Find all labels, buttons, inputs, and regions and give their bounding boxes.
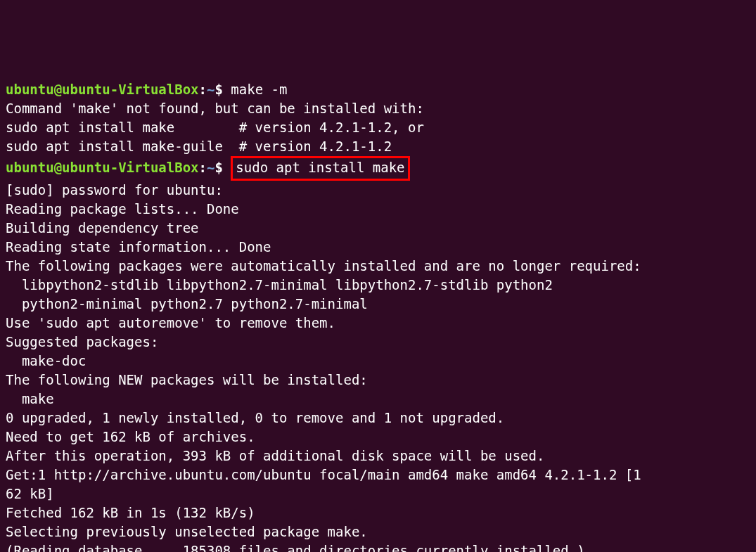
prompt-path: ~	[207, 82, 214, 97]
output-line: Need to get 162 kB of archives.	[6, 428, 750, 447]
prompt-line-2: ubuntu@ubuntu-VirtualBox:~$ sudo apt ins…	[6, 156, 750, 181]
command-2: sudo apt install make	[236, 160, 404, 175]
output-line: make-doc	[6, 352, 750, 371]
output-line: Building dependency tree	[6, 219, 750, 238]
output-line: libpython2-stdlib libpython2.7-minimal l…	[6, 276, 750, 295]
prompt-dollar: $	[214, 160, 231, 175]
prompt-user: ubuntu@ubuntu-VirtualBox	[6, 160, 199, 175]
output-line: Reading state information... Done	[6, 238, 750, 257]
output-line: Suggested packages:	[6, 333, 750, 352]
prompt-colon: :	[199, 160, 207, 175]
output-line: After this operation, 393 kB of addition…	[6, 447, 750, 466]
output-line: The following packages were automaticall…	[6, 257, 750, 276]
output-line: sudo apt install make # version 4.2.1-1.…	[6, 118, 750, 137]
output-line: python2-minimal python2.7 python2.7-mini…	[6, 295, 750, 314]
output-line: Selecting previously unselected package …	[6, 522, 750, 541]
output-line: 0 upgraded, 1 newly installed, 0 to remo…	[6, 409, 750, 428]
output-line: Get:1 http://archive.ubuntu.com/ubuntu f…	[6, 466, 750, 484]
output-line: (Reading database ... 185308 files and d…	[6, 541, 750, 552]
terminal-content[interactable]: ubuntu@ubuntu-VirtualBox:~$ make -mComma…	[6, 80, 750, 552]
output-line: [sudo] password for ubuntu:	[6, 181, 750, 200]
prompt-colon: :	[199, 82, 207, 97]
output-line: 62 kB]	[6, 484, 750, 503]
output-line: Reading package lists... Done	[6, 200, 750, 219]
output-line: sudo apt install make-guile # version 4.…	[6, 137, 750, 156]
prompt-dollar: $	[214, 82, 231, 97]
output-line: make	[6, 390, 750, 409]
command-1: make -m	[231, 82, 287, 97]
output-line: Use 'sudo apt autoremove' to remove them…	[6, 314, 750, 333]
output-line: The following NEW packages will be insta…	[6, 371, 750, 390]
output-line: Fetched 162 kB in 1s (132 kB/s)	[6, 503, 750, 522]
prompt-path: ~	[207, 160, 214, 175]
highlighted-command: sudo apt install make	[231, 156, 409, 181]
output-line: Command 'make' not found, but can be ins…	[6, 99, 750, 118]
prompt-user: ubuntu@ubuntu-VirtualBox	[6, 82, 199, 97]
prompt-line-1: ubuntu@ubuntu-VirtualBox:~$ make -m	[6, 80, 750, 99]
